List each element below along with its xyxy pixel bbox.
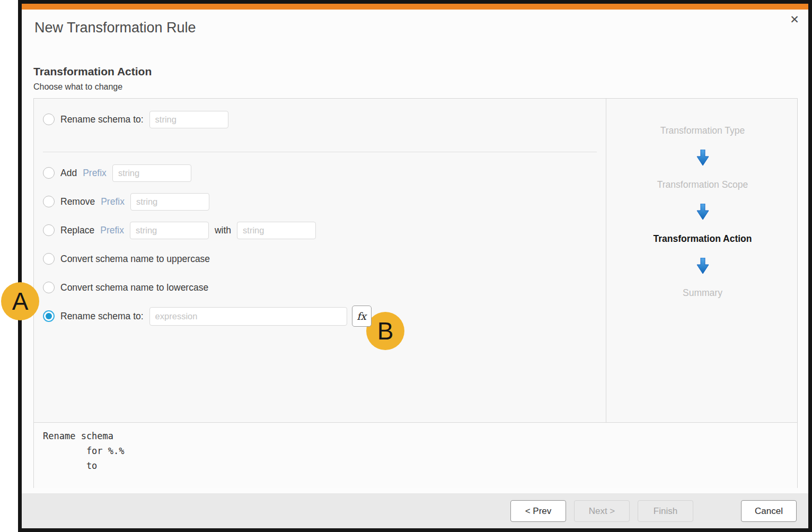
section-heading: Transformation Action: [33, 65, 152, 78]
add-label: Add: [60, 168, 77, 179]
uppercase-radio[interactable]: [43, 253, 55, 265]
add-prefix-input[interactable]: [112, 164, 191, 182]
options-area: Rename schema to: Add Prefix Remove Pref…: [34, 99, 606, 422]
wizard-steps-panel: Transformation Type Transformation Scope…: [607, 99, 798, 422]
uppercase-label: Convert schema name to uppercase: [60, 254, 210, 265]
arrow-down-icon: [696, 258, 709, 274]
dialog-footer: < Prev Next > Finish Cancel: [22, 493, 808, 528]
prev-button[interactable]: < Prev: [510, 500, 566, 522]
new-transformation-rule-dialog: ✕ New Transformation Rule Transformation…: [18, 0, 812, 532]
wizard-step-summary: Summary: [683, 287, 722, 299]
close-icon[interactable]: ✕: [787, 12, 802, 27]
option-rename-expression: Rename schema to: fx: [43, 306, 372, 327]
add-prefix-radio[interactable]: [43, 167, 55, 179]
options-divider: [43, 152, 597, 152]
remove-label: Remove: [60, 196, 95, 207]
wizard-step-transformation-scope: Transformation Scope: [657, 179, 748, 190]
replace-prefix-radio[interactable]: [43, 224, 55, 236]
finish-button[interactable]: Finish: [638, 500, 693, 522]
rule-preview-text: Rename schema for %.% to: [43, 429, 797, 473]
option-uppercase: Convert schema name to uppercase: [43, 248, 210, 269]
replace-with-label: with: [215, 225, 231, 236]
rename-expression-input[interactable]: [149, 307, 347, 326]
dialog-title: New Transformation Rule: [34, 20, 196, 36]
rename-simple-input[interactable]: [149, 111, 228, 128]
accent-bar: [22, 4, 808, 10]
annotation-marker-b: B: [366, 312, 404, 350]
rename-simple-label: Rename schema to:: [60, 114, 144, 125]
wizard-step-transformation-type: Transformation Type: [660, 125, 745, 136]
wizard-step-transformation-action: Transformation Action: [653, 233, 752, 245]
expression-editor-button[interactable]: fx: [352, 306, 372, 327]
lowercase-radio[interactable]: [43, 282, 55, 293]
replace-prefix-input[interactable]: [130, 222, 209, 239]
arrow-down-icon: [696, 204, 709, 220]
replace-with-input[interactable]: [237, 222, 316, 239]
lowercase-label: Convert schema name to lowercase: [60, 282, 208, 293]
cancel-button[interactable]: Cancel: [741, 500, 797, 522]
remove-prefix-link[interactable]: Prefix: [101, 196, 125, 207]
section-subheading: Choose what to change: [33, 82, 122, 92]
option-add-prefix: Add Prefix: [43, 162, 191, 184]
action-panel: Rename schema to: Add Prefix Remove Pref…: [33, 98, 798, 488]
arrow-down-icon: [696, 150, 709, 165]
option-remove-prefix: Remove Prefix: [43, 191, 209, 212]
rename-expression-radio[interactable]: [43, 310, 55, 322]
option-lowercase: Convert schema name to lowercase: [43, 277, 208, 298]
replace-prefix-link[interactable]: Prefix: [100, 225, 124, 236]
annotation-marker-a: A: [1, 282, 39, 320]
add-prefix-link[interactable]: Prefix: [83, 168, 107, 179]
rename-expression-label: Rename schema to:: [60, 311, 144, 322]
option-replace-prefix: Replace Prefix with: [43, 220, 316, 241]
option-rename-simple: Rename schema to:: [43, 109, 228, 130]
rename-simple-radio[interactable]: [43, 114, 55, 125]
rule-preview-panel: Rename schema for %.% to: [34, 422, 797, 488]
remove-prefix-radio[interactable]: [43, 196, 55, 207]
replace-label: Replace: [60, 225, 94, 236]
next-button[interactable]: Next >: [574, 500, 630, 522]
remove-prefix-input[interactable]: [130, 193, 209, 211]
